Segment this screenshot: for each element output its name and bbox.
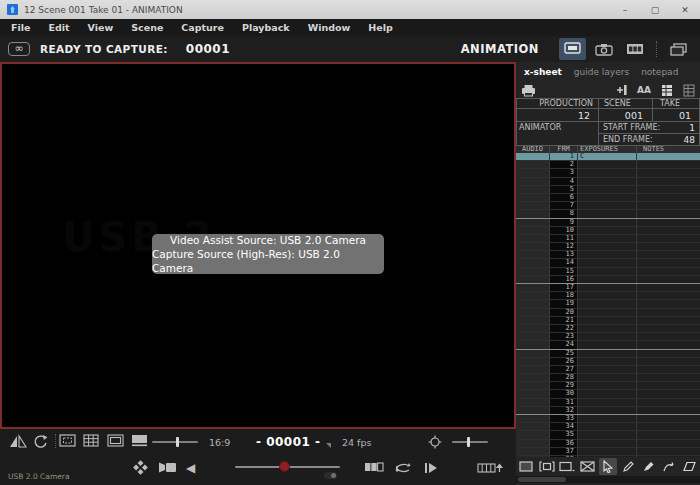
mask-opacity-slider[interactable] bbox=[152, 441, 198, 443]
xsheet-row[interactable]: 36 bbox=[516, 440, 700, 448]
exposure-cell[interactable] bbox=[578, 202, 637, 209]
audio-cell[interactable] bbox=[516, 325, 550, 332]
notes-cell[interactable] bbox=[637, 251, 700, 258]
play-to-end-button[interactable] bbox=[424, 462, 438, 474]
notes-cell[interactable] bbox=[637, 350, 700, 357]
exposure-cell[interactable] bbox=[578, 415, 637, 422]
audio-cell[interactable] bbox=[516, 309, 550, 316]
exposure-cell[interactable] bbox=[578, 292, 637, 299]
exposure-cell[interactable] bbox=[578, 350, 637, 357]
exposure-cell[interactable] bbox=[578, 194, 637, 201]
audio-cell[interactable] bbox=[516, 153, 550, 160]
exposure-cell[interactable] bbox=[578, 219, 637, 226]
audio-cell[interactable] bbox=[516, 399, 550, 406]
notes-cell[interactable] bbox=[637, 300, 700, 307]
menu-playback[interactable]: Playback bbox=[233, 22, 299, 33]
audio-cell[interactable] bbox=[516, 186, 550, 193]
counter-dropdown-icon[interactable] bbox=[326, 443, 331, 448]
xsheet-row[interactable]: 16 bbox=[516, 276, 700, 284]
audio-cell[interactable] bbox=[516, 284, 550, 291]
exposure-cell[interactable] bbox=[578, 333, 637, 340]
menu-window[interactable]: Window bbox=[299, 22, 360, 33]
cursor-tool[interactable] bbox=[599, 458, 617, 475]
notes-cell[interactable] bbox=[637, 219, 700, 226]
notes-cell[interactable] bbox=[637, 235, 700, 242]
xsheet-row[interactable]: 28 bbox=[516, 374, 700, 382]
connect-icon[interactable]: ∞ bbox=[8, 42, 30, 56]
audio-cell[interactable] bbox=[516, 259, 550, 266]
timeline-slider[interactable] bbox=[235, 466, 340, 468]
exposure-cell[interactable] bbox=[578, 251, 637, 258]
xsheet-row[interactable]: 27 bbox=[516, 366, 700, 374]
notes-cell[interactable] bbox=[637, 243, 700, 250]
notes-cell[interactable] bbox=[637, 341, 700, 348]
playhead-knob[interactable] bbox=[279, 461, 290, 472]
xsheet-row[interactable]: 5 bbox=[516, 186, 700, 194]
notes-cell[interactable] bbox=[637, 161, 700, 168]
audio-cell[interactable] bbox=[516, 243, 550, 250]
notes-cell[interactable] bbox=[637, 268, 700, 275]
notes-cell[interactable] bbox=[637, 169, 700, 176]
camera-viewport[interactable]: USB 2 Video Assist Source: USB 2.0 Camer… bbox=[0, 62, 516, 429]
audio-cell[interactable] bbox=[516, 194, 550, 201]
exposure-cell[interactable] bbox=[578, 259, 637, 266]
xsheet-row[interactable]: 18 bbox=[516, 292, 700, 300]
xsheet-scrollbar-thumb[interactable] bbox=[518, 477, 566, 482]
xsheet-row[interactable]: 37 bbox=[516, 448, 700, 456]
exposure-cell[interactable] bbox=[578, 358, 637, 365]
notes-cell[interactable] bbox=[637, 358, 700, 365]
add-marker-button[interactable] bbox=[613, 84, 627, 96]
notes-cell[interactable] bbox=[637, 227, 700, 234]
xsheet-row[interactable]: 13 bbox=[516, 251, 700, 259]
menu-view[interactable]: View bbox=[79, 22, 123, 33]
exposure-cell[interactable] bbox=[578, 341, 637, 348]
flip-view-button[interactable] bbox=[9, 434, 27, 448]
menu-scene[interactable]: Scene bbox=[122, 22, 172, 33]
notes-cell[interactable] bbox=[637, 399, 700, 406]
frame-bounds-tool[interactable] bbox=[537, 458, 555, 475]
loop-playback-button[interactable] bbox=[393, 461, 413, 474]
test-shots-button[interactable] bbox=[621, 38, 648, 60]
rotate-view-button[interactable] bbox=[33, 434, 49, 449]
maximize-button[interactable]: ▢ bbox=[640, 0, 670, 19]
eraser-tool[interactable] bbox=[681, 458, 699, 475]
xsheet-row[interactable]: 10 bbox=[516, 227, 700, 235]
xsheet-row[interactable]: 9 bbox=[516, 219, 700, 227]
notes-cell[interactable] bbox=[637, 382, 700, 389]
xsheet-row[interactable]: 22 bbox=[516, 325, 700, 333]
audio-cell[interactable] bbox=[516, 227, 550, 234]
exposure-cell[interactable] bbox=[578, 161, 637, 168]
focus-check-button[interactable] bbox=[428, 435, 442, 449]
safe-area-button[interactable] bbox=[59, 434, 76, 447]
xsheet-row[interactable]: 2 bbox=[516, 161, 700, 169]
xsheet-row[interactable]: 32 bbox=[516, 407, 700, 415]
notes-cell[interactable] bbox=[637, 292, 700, 299]
exposure-cell[interactable] bbox=[578, 276, 637, 283]
audio-cell[interactable] bbox=[516, 423, 550, 430]
production-value[interactable]: 12 bbox=[516, 108, 599, 122]
audio-cell[interactable] bbox=[516, 440, 550, 447]
audio-cell[interactable] bbox=[516, 382, 550, 389]
xsheet-row[interactable]: 29 bbox=[516, 382, 700, 390]
notes-cell[interactable] bbox=[637, 210, 700, 217]
notes-cell[interactable] bbox=[637, 284, 700, 291]
notes-cell[interactable] bbox=[637, 153, 700, 160]
live-view-toggle-button[interactable] bbox=[158, 461, 177, 474]
exposure-cell[interactable] bbox=[578, 309, 637, 316]
clear-drawing-tool[interactable] bbox=[578, 458, 596, 475]
audio-cell[interactable] bbox=[516, 219, 550, 226]
notes-cell[interactable] bbox=[637, 390, 700, 397]
fps-label[interactable]: 24 fps bbox=[342, 437, 371, 448]
mask-opacity-slider-thumb[interactable] bbox=[176, 437, 179, 447]
xsheet-row[interactable]: 3 bbox=[516, 169, 700, 177]
exposure-cell[interactable] bbox=[578, 169, 637, 176]
marker-tool[interactable] bbox=[640, 458, 658, 475]
notes-cell[interactable] bbox=[637, 186, 700, 193]
audio-cell[interactable] bbox=[516, 292, 550, 299]
grid-overlay-button[interactable] bbox=[83, 434, 99, 447]
exposure-cell[interactable] bbox=[578, 300, 637, 307]
menu-file[interactable]: File bbox=[2, 22, 39, 33]
audio-cell[interactable] bbox=[516, 374, 550, 381]
xsheet-view-outline-button[interactable] bbox=[683, 84, 695, 97]
audio-cell[interactable] bbox=[516, 300, 550, 307]
